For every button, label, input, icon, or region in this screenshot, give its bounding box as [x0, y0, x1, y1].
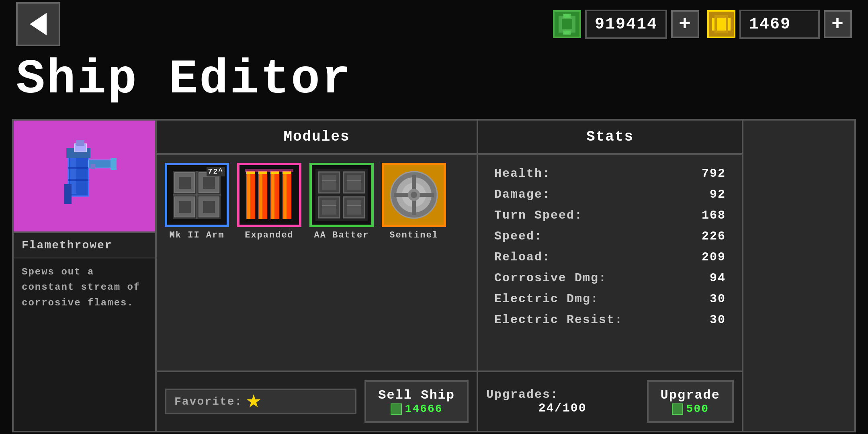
module-label-aabatter: AA Batter [314, 230, 369, 240]
stat-row: Reload: 209 [494, 250, 726, 264]
item-image [14, 121, 155, 233]
stats-panel: Stats Health: 792 Damage: 92 Turn Speed:… [478, 119, 743, 432]
svg-rect-18 [90, 164, 95, 169]
sell-ship-price: 14666 [378, 403, 455, 415]
expanded-art [243, 169, 295, 221]
upgrade-price-gem-icon [672, 403, 683, 415]
stats-bottom-bar: Upgrades: 24/100 Upgrade 500 [478, 371, 742, 431]
svg-point-63 [411, 192, 417, 198]
svg-rect-7 [717, 18, 726, 31]
green-currency-value: 919414 [585, 10, 667, 39]
favorite-star-icon [246, 394, 261, 409]
green-currency-item: 919414 + [553, 10, 699, 39]
module-badge-mk2arm: 72^ [207, 167, 225, 176]
upgrades-count: 24/100 [486, 401, 639, 415]
svg-rect-3 [563, 14, 571, 18]
svg-rect-13 [64, 184, 72, 204]
stat-value: 792 [702, 167, 726, 180]
stat-value: 30 [710, 292, 726, 306]
stats-header: Stats [478, 121, 742, 155]
stat-row: Electric Resist: 30 [494, 313, 726, 327]
stat-row: Turn Speed: 168 [494, 209, 726, 222]
svg-rect-24 [179, 177, 191, 189]
sentinel-art [388, 169, 440, 221]
item-panel: Flamethrower Spews out a constant stream… [12, 119, 157, 432]
svg-rect-4 [563, 31, 571, 35]
stat-row: Health: 792 [494, 167, 726, 180]
stat-value: 92 [710, 188, 726, 201]
stat-row: Speed: 226 [494, 229, 726, 243]
module-item-aabatter[interactable]: AA Batter [309, 163, 374, 240]
stat-label: Health: [494, 167, 551, 180]
stat-row: Electric Dmg: 30 [494, 292, 726, 306]
add-green-button[interactable]: + [671, 10, 699, 38]
module-box-expanded [237, 163, 301, 227]
svg-marker-0 [30, 13, 47, 35]
stat-value: 226 [702, 229, 726, 243]
svg-rect-38 [283, 171, 287, 219]
favorite-bar: Favorite: [165, 389, 356, 414]
upgrade-label: Upgrade [661, 388, 720, 403]
module-box-aabatter [309, 163, 374, 227]
stat-row: Damage: 92 [494, 188, 726, 201]
svg-rect-25 [203, 177, 215, 189]
add-gold-button[interactable]: + [824, 10, 852, 38]
main-content: Flamethrower Spews out a constant stream… [0, 119, 868, 432]
module-item-mk2arm[interactable]: 72^ Mk II Arm [165, 163, 229, 240]
svg-rect-52 [347, 200, 361, 215]
stat-label: Speed: [494, 229, 542, 243]
gold-gem-icon [709, 12, 734, 37]
right-panel [743, 119, 856, 432]
stat-label: Electric Dmg: [494, 292, 599, 306]
module-label-sentinel: Sentinel [389, 230, 438, 240]
gold-currency-value: 1469 [739, 10, 820, 39]
svg-rect-36 [271, 171, 274, 219]
sell-price-gem-icon [391, 403, 402, 415]
sell-ship-button[interactable]: Sell Ship 14666 [364, 380, 469, 423]
stat-row: Corrosive Dmg: 94 [494, 271, 726, 285]
back-button[interactable] [16, 2, 60, 46]
svg-rect-26 [179, 201, 191, 213]
green-currency-icon [553, 10, 581, 38]
svg-rect-32 [247, 171, 250, 219]
svg-rect-51 [322, 200, 336, 215]
svg-rect-43 [245, 169, 293, 172]
stats-list: Health: 792 Damage: 92 Turn Speed: 168 S… [478, 155, 742, 371]
sell-price-value: 14666 [405, 403, 443, 415]
stat-label: Damage: [494, 188, 551, 201]
gold-currency-icon [707, 10, 735, 38]
upgrade-price-value: 500 [686, 403, 709, 415]
stat-value: 168 [702, 209, 726, 222]
stat-value: 94 [710, 271, 726, 285]
modules-header: Modules [157, 121, 477, 155]
stat-value: 209 [702, 250, 726, 264]
modules-panel: Modules 72^ [157, 119, 478, 432]
aabatter-art [315, 169, 368, 221]
currency-bar: 919414 + 1469 + [553, 10, 852, 39]
svg-rect-34 [259, 171, 262, 219]
module-box-mk2arm: 72^ [165, 163, 229, 227]
upgrades-info: Upgrades: 24/100 [486, 388, 639, 415]
mk2arm-art [171, 169, 223, 221]
green-gem-icon [555, 12, 579, 37]
svg-rect-12 [111, 158, 117, 170]
upgrade-price: 500 [661, 403, 720, 415]
sell-ship-label: Sell Ship [378, 388, 455, 403]
back-icon [24, 10, 52, 38]
module-item-sentinel[interactable]: Sentinel [382, 163, 446, 240]
upgrade-button[interactable]: Upgrade 500 [647, 380, 734, 423]
flamethrower-art [44, 132, 125, 220]
stat-value: 30 [710, 313, 726, 327]
module-label-expanded: Expanded [245, 230, 294, 240]
favorite-label: Favorite: [174, 395, 242, 408]
stat-label: Electric Resist: [494, 313, 623, 327]
module-item-expanded[interactable]: Expanded [237, 163, 301, 240]
modules-bottom-bar: Favorite: Sell Ship 14666 [157, 371, 477, 431]
item-description: Spews out a constant stream of corrosive… [14, 258, 155, 431]
stat-label: Turn Speed: [494, 209, 583, 222]
header: 919414 + 1469 + [0, 0, 868, 48]
module-label-mk2arm: Mk II Arm [170, 230, 225, 240]
svg-rect-17 [76, 140, 84, 146]
svg-rect-27 [203, 201, 215, 213]
stat-label: Reload: [494, 250, 551, 264]
